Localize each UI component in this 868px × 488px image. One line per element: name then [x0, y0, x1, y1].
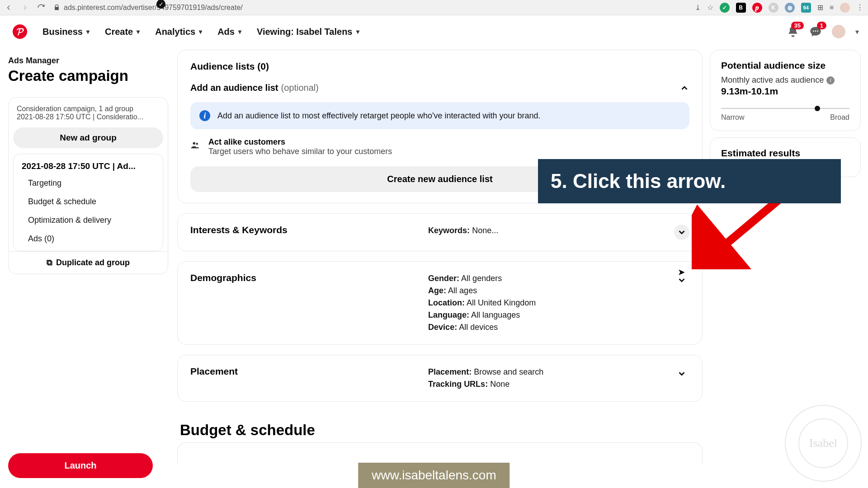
ext-icon[interactable]: 𝒑 [752, 3, 762, 13]
watermark-stamp: Isabel [785, 405, 862, 482]
audience-size-value: 9.13m-10.1m [721, 86, 849, 97]
chevron-down-icon: ▾ [238, 28, 241, 35]
page-title: Create campaign [8, 67, 168, 84]
svg-point-0 [813, 30, 814, 32]
sidebar-item-optimization[interactable]: Optimization & delivery [20, 211, 156, 230]
nav-business[interactable]: Business▾ [42, 27, 90, 37]
section-heading: Budget & schedule [177, 412, 703, 442]
card-title: Audience lists (0) [190, 61, 269, 72]
ext-icon[interactable]: 94 [801, 3, 811, 13]
launch-button[interactable]: Launch [8, 453, 153, 478]
nav-analytics[interactable]: Analytics▾ [155, 27, 202, 37]
svg-point-2 [817, 30, 818, 32]
svg-point-1 [815, 30, 816, 32]
card-title: Estimated results [721, 148, 849, 159]
expand-button[interactable] [674, 366, 689, 381]
chevron-down-icon: ▾ [137, 28, 140, 35]
card-summary: Placement: Browse and search Tracking UR… [428, 366, 668, 390]
annotation-arrow [692, 192, 787, 269]
nav-ads[interactable]: Ads▾ [217, 27, 241, 37]
watermark-url: www.isabeltalens.com [358, 463, 509, 488]
puzzle-icon[interactable]: ⊞ [817, 3, 823, 12]
card-title: Demographics [190, 272, 256, 283]
option-title: Act alike customers [208, 137, 392, 147]
notifications-button[interactable]: 35 [787, 25, 799, 38]
notif-badge: 35 [791, 22, 804, 29]
nav-create[interactable]: Create▾ [105, 27, 140, 37]
mouse-cursor-icon: ➤ [678, 267, 685, 277]
option-desc: Target users who behave similar to your … [208, 147, 392, 156]
card-title: Interests & Keywords [190, 225, 288, 235]
svg-point-3 [193, 142, 196, 145]
info-icon[interactable]: i [826, 76, 835, 84]
card-summary: Keywords: None... [428, 225, 668, 237]
ad-group-card: 2021-08-28 17:50 UTC | Ad... Targeting B… [13, 154, 163, 251]
star-icon[interactable]: ☆ [707, 3, 713, 12]
card-title: Placement [190, 366, 238, 377]
budget-card [177, 442, 703, 465]
chevron-down-icon: ▾ [199, 28, 202, 35]
browser-chrome: ads.pinterest.com/advertiser/54975970191… [0, 0, 868, 15]
main-nav: 𝓟 Business▾ Create▾ Analytics▾ Ads▾ View… [0, 15, 868, 48]
sidebar: Ads Manager Create campaign Consideratio… [0, 48, 176, 488]
pinterest-logo[interactable]: 𝓟 [13, 24, 27, 39]
lock-icon [53, 4, 60, 11]
reading-list-icon[interactable]: ≡ [830, 4, 834, 12]
chevron-down-icon[interactable]: ▾ [855, 28, 859, 36]
ext-icon[interactable]: ◍ [785, 3, 795, 13]
new-ad-group-button[interactable]: New ad group [13, 127, 163, 148]
profile-avatar[interactable] [840, 3, 850, 13]
url-text[interactable]: ads.pinterest.com/advertiser/54975970191… [64, 4, 243, 12]
sidebar-item-budget[interactable]: Budget & schedule [20, 192, 156, 211]
sidebar-item-ads[interactable]: Ads (0) [20, 230, 156, 248]
info-icon: i [199, 110, 210, 121]
info-banner: i Add an audience list to most effective… [190, 102, 689, 129]
menu-icon[interactable]: ⋮ [856, 3, 863, 12]
duplicate-ad-group-button[interactable]: ⧉ Duplicate ad group [9, 251, 168, 274]
card-subtitle: Monthly active ads audience [721, 75, 824, 85]
messages-button[interactable]: 1 [809, 25, 822, 38]
slider-label-broad: Broad [830, 113, 849, 122]
check-icon: ✓ [156, 0, 165, 9]
potential-audience-card: Potential audience size Monthly active a… [710, 50, 861, 131]
card-title: Potential audience size [721, 60, 849, 71]
slider-label-narrow: Narrow [721, 113, 745, 122]
copy-icon: ⧉ [47, 258, 52, 267]
subsection-title: Add an audience list [190, 83, 278, 93]
sidebar-item-targeting[interactable]: Targeting [20, 174, 156, 192]
card-summary: Gender: All genders Age: All ages Locati… [428, 272, 668, 333]
campaign-meta: 2021-08-28 17:50 UTC | Consideratio... [17, 113, 160, 121]
expand-button[interactable] [674, 225, 689, 240]
ad-group-title[interactable]: 2021-08-28 17:50 UTC | Ad... [20, 160, 156, 174]
optional-label: (optional) [281, 83, 318, 93]
ext-icon[interactable]: K [769, 3, 778, 13]
ext-icon[interactable]: ✓ [720, 3, 730, 13]
reload-icon[interactable] [37, 4, 45, 12]
msg-badge: 1 [817, 22, 826, 29]
nav-viewing[interactable]: Viewing: Isabel Talens▾ [257, 27, 359, 37]
campaign-card: Consideration campaign, 1 ad group 2021-… [8, 97, 168, 274]
forward-icon[interactable] [21, 4, 29, 12]
chevron-down-icon: ▾ [86, 28, 90, 35]
browser-extensions: ⤓ ☆ ✓ B 𝒑 K ◍ 94 ⊞ ≡ ⋮ [695, 3, 863, 13]
account-avatar[interactable] [832, 25, 845, 38]
install-icon[interactable]: ⤓ [695, 3, 701, 12]
chevron-up-icon[interactable] [679, 83, 689, 93]
audience-slider [721, 108, 849, 109]
annotation-callout: 5. Click this arrow. [538, 159, 841, 203]
info-text: Add an audience list to most effectively… [217, 111, 541, 121]
chevron-down-icon: ▾ [356, 28, 359, 35]
back-icon[interactable] [5, 4, 13, 12]
placement-card: ✓ Placement Placement: Browse and search… [177, 355, 703, 402]
demographics-card: ✓ Demographics Gender: All genders Age: … [177, 261, 703, 345]
interests-keywords-card: ✓ Interests & Keywords Keywords: None... [177, 213, 703, 251]
svg-line-5 [710, 197, 782, 258]
svg-point-4 [196, 143, 198, 145]
people-icon [190, 140, 200, 150]
campaign-name[interactable]: Consideration campaign, 1 ad group [17, 105, 160, 113]
ext-icon[interactable]: B [736, 3, 746, 13]
sidebar-subtitle: Ads Manager [8, 56, 168, 66]
